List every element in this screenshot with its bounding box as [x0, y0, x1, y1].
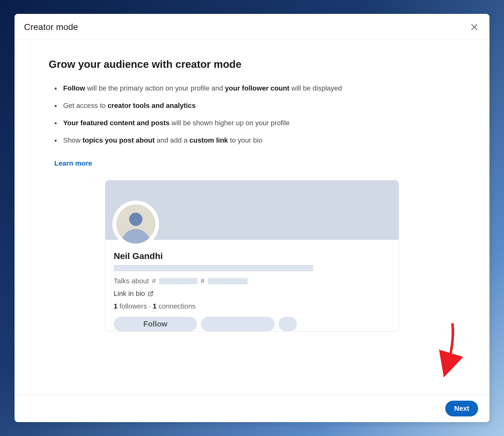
followers-count: 1	[114, 302, 117, 310]
action-pill-more	[279, 317, 297, 331]
profile-name: Neil Gandhi	[114, 251, 390, 261]
link-in-bio-label: Link in bio	[114, 290, 145, 298]
feature-item: Get access to creator tools and analytic…	[54, 100, 455, 111]
hashtag-symbol: #	[201, 277, 205, 285]
creator-mode-modal: Creator mode Grow your audience with cre…	[15, 14, 489, 422]
hashtag-placeholder	[159, 278, 198, 284]
action-pill-placeholder	[201, 317, 275, 331]
link-in-bio-row: Link in bio	[114, 290, 390, 298]
talks-about-row: Talks about # #	[114, 277, 390, 285]
talks-about-label: Talks about	[114, 277, 149, 285]
followers-label: followers	[117, 302, 147, 310]
modal-footer: Next	[15, 395, 489, 422]
profile-preview-card: Neil Gandhi Talks about # # Link in bio	[105, 180, 399, 332]
profile-cover	[105, 180, 399, 240]
connections-label: connections	[157, 302, 196, 310]
avatar-placeholder-icon	[116, 204, 155, 244]
main-heading: Grow your audience with creator mode	[49, 58, 455, 70]
learn-more-link[interactable]: Learn more	[54, 159, 92, 168]
avatar	[112, 201, 159, 247]
modal-header: Creator mode	[15, 14, 489, 40]
modal-title: Creator mode	[24, 22, 78, 32]
external-link-icon	[147, 291, 154, 297]
follow-pill: Follow	[114, 317, 197, 331]
feature-item: Show topics you post about and add a cus…	[54, 135, 455, 145]
close-button[interactable]	[469, 21, 480, 33]
action-pills-row: Follow	[114, 317, 390, 331]
feature-list: Follow will be the primary action on you…	[54, 83, 455, 145]
connections-count: 1	[153, 302, 157, 310]
profile-info: Neil Gandhi Talks about # # Link in bio	[105, 240, 399, 331]
profile-stats: 1 followers · 1 connections	[114, 302, 390, 310]
modal-body: Grow your audience with creator mode Fol…	[15, 40, 489, 395]
profile-headline-placeholder	[114, 265, 313, 271]
hashtag-symbol: #	[152, 277, 156, 285]
next-button[interactable]: Next	[445, 401, 478, 416]
feature-item: Your featured content and posts will be …	[54, 118, 455, 128]
close-icon	[470, 23, 479, 32]
hashtag-placeholder	[208, 278, 248, 284]
feature-item: Follow will be the primary action on you…	[54, 83, 455, 93]
